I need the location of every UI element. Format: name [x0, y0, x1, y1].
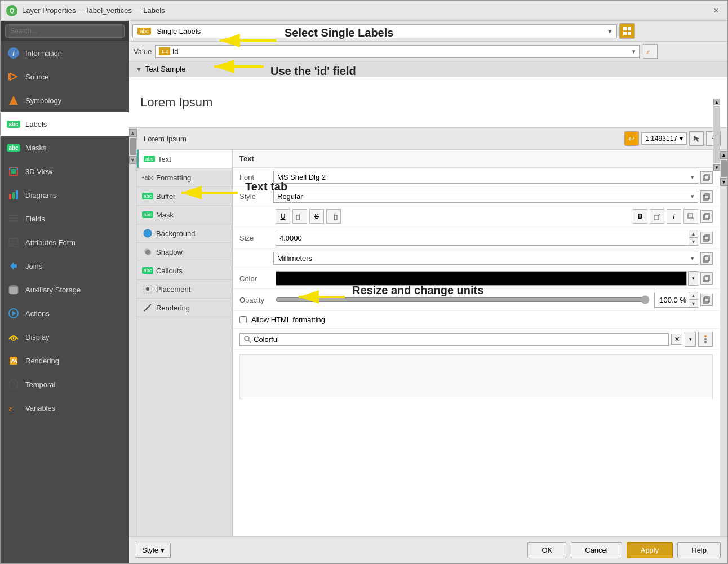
- sidebar-item-auxiliary-storage[interactable]: Auxiliary Storage: [1, 278, 129, 301]
- sidebar-item-source[interactable]: Source: [1, 65, 129, 88]
- svg-text:ε: ε: [9, 403, 13, 413]
- scale-value: 1:1493117: [645, 135, 677, 143]
- style-button[interactable]: Style ▾: [136, 543, 171, 558]
- sidebar-item-actions[interactable]: Actions: [1, 301, 129, 325]
- temporal-icon: [7, 378, 20, 390]
- strikethrough-button[interactable]: S: [309, 209, 324, 224]
- left-scrollbar[interactable]: ▲ ▼: [129, 128, 137, 536]
- sidebar-item-display[interactable]: Display: [1, 325, 129, 349]
- subscript-button[interactable]: [683, 209, 698, 224]
- sidebar-item-fields[interactable]: Fields: [1, 207, 129, 230]
- html-formatting-checkbox[interactable]: [239, 316, 247, 323]
- sidebar-item-variables[interactable]: ε Variables: [1, 396, 129, 420]
- opacity-up-button[interactable]: ▲: [689, 292, 698, 300]
- sidebar-search-input[interactable]: [5, 24, 125, 38]
- style-search-input[interactable]: [254, 335, 665, 344]
- units-row: Millimeters ▾: [233, 249, 720, 268]
- opacity-slider[interactable]: [276, 295, 650, 304]
- props-scroll-up[interactable]: ▲: [720, 151, 728, 159]
- tab-mask[interactable]: abc Mask: [137, 206, 232, 224]
- strikethrough-left-button[interactable]: [292, 209, 307, 224]
- opacity-copy-button[interactable]: [700, 294, 713, 306]
- text-sample-header[interactable]: ▼ Text Sample: [129, 61, 727, 77]
- label-config-button[interactable]: [619, 23, 635, 39]
- tab-callouts[interactable]: abc Callouts: [137, 261, 232, 280]
- props-scroll-down[interactable]: ▼: [720, 178, 728, 186]
- scroll-up-btn[interactable]: ▲: [129, 129, 137, 137]
- sidebar-item-rendering[interactable]: Rendering: [1, 349, 129, 372]
- sidebar-item-temporal[interactable]: Temporal: [1, 372, 129, 396]
- sidebar-label-temporal: Temporal: [25, 380, 122, 389]
- style-search-row: ✕ ▾: [233, 329, 720, 350]
- color-copy-button[interactable]: [700, 272, 713, 285]
- select-button[interactable]: [689, 131, 704, 146]
- italic-button[interactable]: I: [667, 209, 681, 224]
- color-swatch-container: ▾: [276, 271, 698, 286]
- text-sample-area: Lorem Ipsum ▲ ▼: [129, 77, 727, 128]
- svg-rect-7: [12, 192, 15, 199]
- font-dropdown[interactable]: MS Shell Dlg 2 ▾: [273, 171, 698, 184]
- label-mode-dropdown[interactable]: abc Single Labels ▾: [132, 24, 617, 38]
- undo-button[interactable]: ↩: [624, 131, 639, 146]
- bold-button[interactable]: B: [633, 209, 647, 224]
- scale-control[interactable]: 1:1493117 ▾: [641, 132, 687, 145]
- value-field-expression-button[interactable]: ε: [643, 44, 658, 59]
- text-sample-scroll-up[interactable]: ▲: [713, 99, 720, 105]
- tab-formatting[interactable]: +abc Formatting: [137, 168, 232, 187]
- label-mode-arrow: ▾: [608, 27, 612, 35]
- sidebar-item-information[interactable]: i Information: [1, 41, 129, 65]
- bottom-right-buttons: OK Cancel Apply Help: [527, 542, 721, 558]
- tab-placement[interactable]: Placement: [137, 280, 232, 299]
- search-icon: [243, 335, 251, 343]
- strikethrough-right-button[interactable]: [326, 209, 341, 224]
- sidebar-item-symbology[interactable]: Symbology: [1, 88, 129, 112]
- opacity-down-button[interactable]: ▼: [689, 300, 698, 307]
- size-copy-button[interactable]: [700, 232, 713, 244]
- close-button[interactable]: ×: [711, 5, 722, 16]
- svg-line-37: [144, 304, 151, 311]
- search-dropdown-button[interactable]: ▾: [685, 332, 696, 347]
- style-dropdown[interactable]: Regular ▾: [273, 190, 698, 203]
- opacity-value: 100.0 %: [655, 295, 689, 305]
- formatting-buttons-row: U S B: [233, 206, 720, 227]
- units-dropdown[interactable]: Millimeters ▾: [273, 252, 698, 265]
- apply-button[interactable]: Apply: [627, 542, 673, 558]
- underline-button[interactable]: U: [276, 209, 290, 224]
- search-clear-button[interactable]: ✕: [671, 334, 682, 345]
- sidebar-item-attributes-form[interactable]: Attributes Form: [1, 230, 129, 254]
- sidebar-item-joins[interactable]: Joins: [1, 254, 129, 278]
- svg-point-63: [704, 335, 707, 337]
- color-row: Color ▾: [233, 268, 720, 289]
- size-value-input[interactable]: [276, 232, 689, 244]
- sidebar-item-3dview[interactable]: 3D View: [1, 159, 129, 183]
- color-swatch[interactable]: [276, 271, 687, 286]
- tab-shadow[interactable]: Shadow: [137, 243, 232, 261]
- diagrams-icon: [7, 189, 20, 201]
- help-button[interactable]: Help: [677, 542, 721, 558]
- size-down-button[interactable]: ▼: [689, 238, 698, 245]
- label-mode-icon: abc: [137, 28, 151, 35]
- ok-button[interactable]: OK: [527, 542, 566, 558]
- sidebar-item-labels[interactable]: abc Labels: [1, 112, 129, 136]
- tab-text[interactable]: abc Text: [137, 150, 232, 168]
- props-scrollbar[interactable]: ▲ ▼: [720, 150, 727, 536]
- tab-buffer[interactable]: abc Buffer: [137, 187, 232, 206]
- style-copy-button[interactable]: [700, 190, 713, 203]
- superscript-button[interactable]: [650, 209, 664, 224]
- sidebar-item-masks[interactable]: abc Masks: [1, 136, 129, 159]
- tab-background[interactable]: Background: [137, 224, 232, 243]
- tab-rendering[interactable]: Rendering: [137, 299, 232, 317]
- sidebar-item-diagrams[interactable]: Diagrams: [1, 183, 129, 207]
- format-copy-button[interactable]: [700, 210, 713, 223]
- cancel-button[interactable]: Cancel: [571, 542, 622, 558]
- svg-point-36: [146, 287, 149, 291]
- tab-rendering-label: Rendering: [156, 304, 190, 312]
- scroll-down-btn[interactable]: ▼: [129, 156, 137, 164]
- sidebar-search-container: [1, 21, 129, 41]
- font-copy-button[interactable]: [700, 171, 713, 184]
- size-up-button[interactable]: ▲: [689, 230, 698, 238]
- value-field-control[interactable]: 1.2 id ▾: [155, 45, 640, 58]
- units-copy-button[interactable]: [700, 252, 713, 265]
- color-dropdown-button[interactable]: ▾: [688, 271, 698, 286]
- search-config-button[interactable]: [698, 332, 713, 347]
